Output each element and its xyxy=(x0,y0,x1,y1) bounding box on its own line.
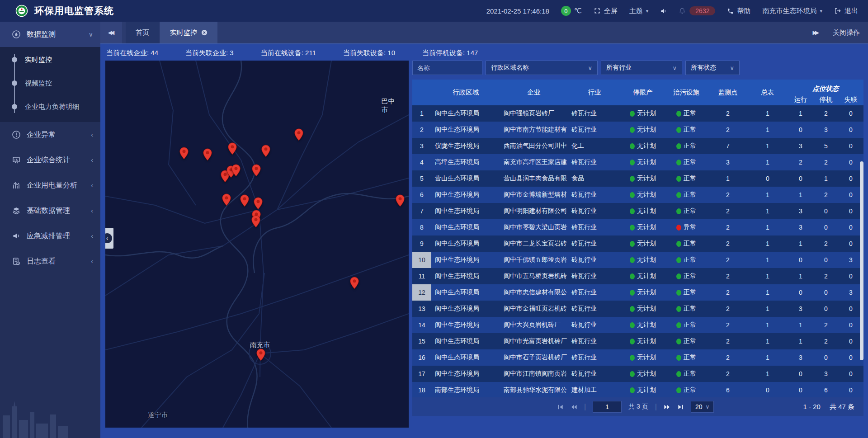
sidebar-item-log-view[interactable]: 日志查看‹ xyxy=(0,249,100,274)
map-pin-icon[interactable] xyxy=(203,148,212,161)
app-logo-icon xyxy=(15,5,28,17)
sidebar-subitem[interactable]: 实时监控 xyxy=(0,48,100,71)
cell-monitor-points: 2 xyxy=(708,105,748,122)
sidebar-item-base-data-management[interactable]: 基础数据管理‹ xyxy=(0,198,100,223)
cell-region: 阆中生态环境局 xyxy=(431,203,500,219)
bullet-dot-icon xyxy=(12,57,17,62)
cell-halted: 2 xyxy=(814,154,838,170)
cell-industry: 砖瓦行业 xyxy=(568,317,621,333)
table-row[interactable]: 11阆中生态环境局阆中市五马桥页岩机砖砖瓦行业无计划正常21120 xyxy=(412,268,863,284)
map-collapse-button[interactable]: ‹ xyxy=(105,228,113,249)
table-row[interactable]: 8阆中生态环境局阆中市枣碧大梁山页岩砖瓦行业无计划异常21300 xyxy=(412,219,863,235)
map-pin-icon[interactable] xyxy=(396,194,405,207)
map-pin-icon[interactable] xyxy=(231,164,241,177)
tab-首页[interactable]: 首页 xyxy=(126,22,159,43)
industry-select[interactable]: 所有行业∨ xyxy=(601,61,682,75)
map-pin-icon[interactable] xyxy=(222,193,231,206)
cell-facility-status: 正常 xyxy=(665,349,708,366)
status-dot-green xyxy=(630,208,635,214)
map-pin-icon[interactable] xyxy=(240,194,249,207)
cell-industry: 砖瓦行业 xyxy=(568,333,621,349)
map-pin-icon[interactable] xyxy=(179,147,189,160)
page-number-input[interactable] xyxy=(593,401,622,413)
first-page-button[interactable] xyxy=(557,404,564,410)
table-row[interactable]: 17阆中生态环境局阆中市江南镇阆南页岩砖瓦行业无计划正常21030 xyxy=(412,366,863,382)
cell-stop-status: 无计划 xyxy=(621,301,665,317)
sub-column-header: 停机 xyxy=(814,94,838,105)
map-pin-icon[interactable] xyxy=(294,128,304,141)
org-menu[interactable]: 南充市生态环境局▾ xyxy=(762,7,822,15)
table-row[interactable]: 5营山生态环境局营山县润丰肉食品有限食品无计划正常10010 xyxy=(412,170,863,187)
last-page-button[interactable] xyxy=(677,404,684,410)
announcement-toggle[interactable] xyxy=(660,8,667,14)
cell-total-meters: 1 xyxy=(748,235,788,252)
help-button[interactable]: 帮助 xyxy=(727,7,750,15)
map-pin-icon[interactable] xyxy=(256,349,266,361)
next-page-button[interactable] xyxy=(664,404,670,410)
app-title: 环保用电监管系统 xyxy=(34,5,114,17)
cell-running: 1 xyxy=(788,317,814,333)
table-row[interactable]: 12阆中生态环境局阆中市忠信建材有限公砖瓦行业无计划正常21003 xyxy=(412,284,863,301)
cell-company: 阆中强锐页岩砖厂 xyxy=(500,105,568,122)
theme-menu[interactable]: 主题▾ xyxy=(629,7,649,15)
table-row[interactable]: 15阆中生态环境局阆中市光富页岩机砖厂砖瓦行业无计划正常21120 xyxy=(412,333,863,349)
table-row[interactable]: 4高坪生态环境局南充市高坪区王家店建砖瓦行业无计划正常31220 xyxy=(412,154,863,170)
cell-region: 阆中生态环境局 xyxy=(431,235,500,252)
sidebar-item-enterprise-statistics[interactable]: 企业综合统计‹ xyxy=(0,147,100,173)
cell-company: 阆中市忠信建材有限公 xyxy=(500,284,568,301)
tab-close-icon[interactable] xyxy=(201,29,208,36)
table-row[interactable]: 14阆中生态环境局阆中大兴页岩机砖厂砖瓦行业无计划正常21120 xyxy=(412,317,863,333)
region-select[interactable]: 行政区域名称∨ xyxy=(486,61,598,75)
sidebar-item-power-usage-analysis[interactable]: 企业用电量分析‹ xyxy=(0,173,100,198)
table-row[interactable]: 9阆中生态环境局阆中市二龙长宝页岩砖砖瓦行业无计划正常21120 xyxy=(412,235,863,252)
logout-button[interactable]: 退出 xyxy=(834,7,858,15)
table-row[interactable]: 10阆中生态环境局阆中千佛镇五郎垭页岩砖瓦行业无计划正常21003 xyxy=(412,252,863,268)
prev-page-button[interactable] xyxy=(571,404,577,410)
sidebar-subitem-label: 企业电力负荷明细 xyxy=(25,103,79,111)
cell-halted: 0 xyxy=(814,301,838,317)
map-panel[interactable]: 巴中市南充市遂宁市 ‹ xyxy=(105,61,409,428)
sidebar-menu: 数据监测∨实时监控视频监控企业电力负荷明细企业异常‹企业综合统计‹企业用电量分析… xyxy=(0,22,100,274)
cell-stop-status: 无计划 xyxy=(621,154,665,170)
table-row[interactable]: 7阆中生态环境局阆中明阳建材有限公司砖瓦行业无计划正常21300 xyxy=(412,203,863,219)
row-index: 6 xyxy=(412,187,431,203)
map-pin-icon[interactable] xyxy=(252,164,261,177)
double-left-arrow-icon: ◀◀ xyxy=(108,29,114,36)
fullscreen-button[interactable]: 全屏 xyxy=(594,7,618,15)
page-size-select[interactable]: 20∨ xyxy=(691,401,714,413)
table-row[interactable]: 13阆中生态环境局阆中市金福旺页岩机砖砖瓦行业无计划正常21300 xyxy=(412,301,863,317)
table-row[interactable]: 1阆中生态环境局阆中强锐页岩砖厂砖瓦行业无计划正常21120 xyxy=(412,105,863,122)
map-pin-icon[interactable] xyxy=(228,142,237,155)
cell-total-meters: 0 xyxy=(748,382,788,398)
tab-scroll-left-button[interactable]: ◀◀ xyxy=(100,22,122,43)
sidebar-item-enterprise-abnormal[interactable]: 企业异常‹ xyxy=(0,122,100,147)
map-pin-icon[interactable] xyxy=(261,145,270,157)
table-row[interactable]: 3仪陇生态环境局西南油气田分公司川中化工无计划正常71350 xyxy=(412,138,863,154)
row-index: 12 xyxy=(412,284,431,301)
tab-scroll-right-button[interactable]: ▶▶ xyxy=(813,29,819,36)
tab-实时监控[interactable]: 实时监控 xyxy=(160,22,217,43)
speaker-icon xyxy=(660,8,667,14)
map-pin-icon[interactable] xyxy=(251,215,260,228)
name-search-input[interactable] xyxy=(412,61,482,75)
table-row[interactable]: 6阆中生态环境局阆中市金博瑞新型墙材砖瓦行业无计划正常21120 xyxy=(412,187,863,203)
map-pin-icon[interactable] xyxy=(254,197,263,210)
stat-当前失联设备: 当前失联设备: 10 xyxy=(343,49,395,57)
table-row[interactable]: 18南部生态环境局南部县驰华水泥有限公建材加工无计划正常60060 xyxy=(412,382,863,398)
row-index: 8 xyxy=(412,219,431,235)
table-row[interactable]: 2阆中生态环境局阆中市南方节能建材有砖瓦行业无计划正常21030 xyxy=(412,122,863,138)
sidebar-subitem[interactable]: 视频监控 xyxy=(0,71,100,95)
sidebar-item-data-monitor[interactable]: 数据监测∨ xyxy=(0,22,100,47)
notifications-button[interactable]: 2632 xyxy=(679,6,715,15)
table-row[interactable]: 16阆中生态环境局阆中市石子页岩机砖厂砖瓦行业无计划正常21300 xyxy=(412,349,863,366)
scrollbar-thumb[interactable] xyxy=(860,161,863,360)
status-select[interactable]: 所有状态∨ xyxy=(685,61,740,75)
tab-label: 首页 xyxy=(136,28,149,37)
cell-stop-status: 无计划 xyxy=(621,170,665,187)
cell-company: 阆中市五马桥页岩机砖 xyxy=(500,268,568,284)
sidebar-subitem[interactable]: 企业电力负荷明细 xyxy=(0,95,100,118)
map-pin-icon[interactable] xyxy=(349,277,359,289)
sidebar-item-emergency-reduction[interactable]: 应急减排管理‹ xyxy=(0,223,100,249)
cell-halted: 2 xyxy=(814,105,838,122)
close-operations-button[interactable]: 关闭操作 xyxy=(833,28,860,37)
